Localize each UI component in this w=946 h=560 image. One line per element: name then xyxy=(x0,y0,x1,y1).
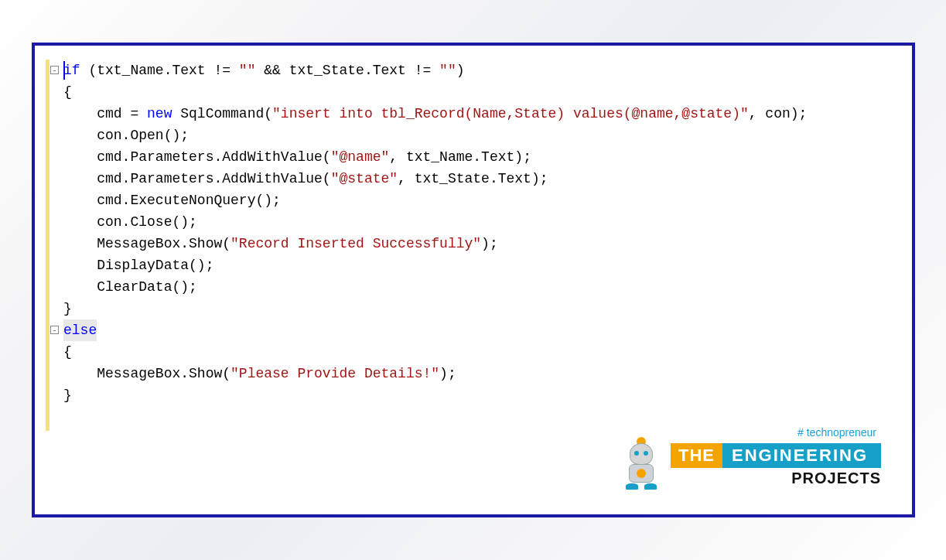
code-area: if (txt_Name.Text != "" && txt_State.Tex… xyxy=(60,60,901,431)
code-text: if (txt_Name.Text != "" && txt_State.Tex… xyxy=(60,60,901,406)
logo-row: THE ENGINEERING PROJECTS xyxy=(618,443,881,493)
logo-projects: PROJECTS xyxy=(671,470,881,487)
logo-text-block: THE ENGINEERING PROJECTS xyxy=(671,443,881,487)
logo-the: THE xyxy=(671,443,722,468)
fold-toggle[interactable]: - xyxy=(50,66,59,74)
code-panel: -- if (txt_Name.Text != "" && txt_State.… xyxy=(46,60,901,431)
fold-column: -- xyxy=(50,60,60,431)
fold-toggle[interactable]: - xyxy=(50,326,59,334)
robot-icon xyxy=(618,443,664,493)
footer-logo: # technopreneur THE ENGINEERING PROJECTS xyxy=(618,426,881,493)
logo-engineering: ENGINEERING xyxy=(722,443,881,468)
code-frame: -- if (txt_Name.Text != "" && txt_State.… xyxy=(32,43,915,517)
logo-bar: THE ENGINEERING xyxy=(671,443,881,468)
hashtag-text: # technopreneur xyxy=(618,426,881,439)
